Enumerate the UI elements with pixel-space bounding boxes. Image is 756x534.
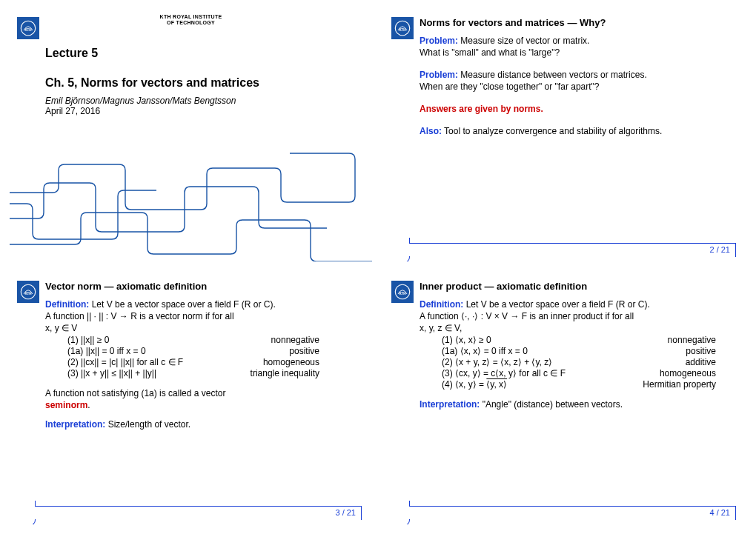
institute-line1: KTH ROYAL INSTITUTE: [160, 14, 222, 20]
also: Also: Tool to analyze convergence and st…: [420, 126, 736, 136]
slide4-footer: 4 / 21: [384, 505, 746, 524]
seminorm2: seminorm.: [45, 400, 362, 410]
def-line1: Definition: Let V be a vector space over…: [420, 299, 736, 310]
slide3-footer: 3 / 21: [10, 505, 372, 524]
slide-grid: KTH ROYAL INSTITUTE OF TECHNOLOGY KTH Le…: [9, 9, 747, 525]
seminorm1: A function not satisfying (1a) is called…: [45, 388, 362, 398]
answers: Answers are given by norms.: [420, 104, 736, 114]
svg-text:KTH: KTH: [399, 28, 405, 32]
slide-2-why: KTH Norms for vectors and matrices — Why…: [383, 9, 747, 262]
prop2: (2) ⟨x + y, z⟩ = ⟨x, z⟩ + ⟨y, z⟩additive: [442, 357, 716, 367]
prop3: (3) ||x + y|| ≤ ||x|| + ||y||triangle in…: [67, 368, 319, 378]
interpretation: Interpretation: Size/length of vector.: [45, 419, 362, 430]
slide-1-title: KTH ROYAL INSTITUTE OF TECHNOLOGY KTH Le…: [9, 9, 373, 262]
prop1: (1) ⟨x, x⟩ ≥ 0nonnegative: [442, 335, 716, 345]
prop1a: (1a) ⟨x, x⟩ = 0 iff x = 0positive: [442, 346, 716, 356]
problem2b: When are they "close together" or "far a…: [420, 81, 736, 92]
prop1: (1) ||x|| ≥ 0nonnegative: [67, 335, 319, 345]
footer-decoration: [409, 506, 736, 520]
slide2-footer: 2 / 21: [384, 242, 746, 261]
problem1: Problem: Measure size of vector or matri…: [420, 36, 736, 46]
slide4-content: Inner product — axiomatic definition Def…: [420, 281, 736, 411]
prop1a: (1a) ||x|| = 0 iff x = 0positive: [67, 346, 319, 356]
institute-label: KTH ROYAL INSTITUTE OF TECHNOLOGY: [160, 14, 222, 25]
def-line1: Definition: Let V be a vector space over…: [45, 299, 362, 310]
institute-line2: OF TECHNOLOGY: [160, 20, 222, 26]
slide2-content: Norms for vectors and matrices — Why? Pr…: [420, 17, 736, 138]
kth-logo-icon: KTH: [17, 281, 39, 303]
prop4: (4) ⟨x, y⟩ = ⟨y, x⟩Hermitian property: [442, 379, 716, 390]
problem1b: What is "small" and what is "large"?: [420, 47, 736, 58]
chapter-heading: Ch. 5, Norms for vectors and matrices: [45, 76, 372, 90]
def-line2: A function ⟨·, ·⟩ : V × V → F is an inne…: [420, 311, 736, 321]
footer-decoration: [35, 506, 362, 520]
def-line3: x, y, z ∈ V,: [420, 323, 736, 333]
page-number: 3 / 21: [335, 508, 356, 517]
kth-logo-icon: KTH: [17, 17, 39, 39]
slide3-title: Vector norm — axiomatic definition: [45, 281, 362, 292]
page-number: 4 / 21: [709, 508, 730, 517]
kth-logo-icon: KTH: [391, 17, 414, 39]
svg-text:KTH: KTH: [24, 291, 31, 295]
authors: Emil Björnson/Magnus Jansson/Mats Bengts…: [45, 96, 372, 106]
date: April 27, 2016: [45, 106, 372, 116]
slide2-title: Norms for vectors and matrices — Why?: [420, 17, 736, 28]
prop2: (2) ||cx|| = |c| ||x|| for all c ∈ Fhomo…: [67, 357, 319, 367]
slide3-content: Vector norm — axiomatic definition Defin…: [45, 281, 362, 431]
prop3: (3) ⟨cx, y⟩ = c⟨x, y⟩ for all c ∈ Fhomog…: [442, 368, 716, 378]
slide-4-inner-product: KTH Inner product — axiomatic definition…: [383, 273, 747, 526]
problem2: Problem: Measure distance between vector…: [420, 70, 736, 80]
decorative-lines: [9, 152, 373, 262]
page-number: 2 / 21: [709, 245, 730, 254]
svg-text:KTH: KTH: [24, 28, 31, 32]
kth-logo-icon: KTH: [391, 281, 414, 303]
def-line2: A function || · || : V → R is a vector n…: [45, 311, 362, 321]
interpretation: Interpretation: "Angle" (distance) betwe…: [420, 399, 736, 410]
footer-decoration: [409, 243, 736, 257]
lecture-heading: Lecture 5: [45, 47, 372, 60]
slide-3-vector-norm: KTH Vector norm — axiomatic definition D…: [9, 273, 373, 526]
svg-text:KTH: KTH: [399, 291, 405, 295]
slide4-title: Inner product — axiomatic definition: [420, 281, 736, 292]
def-line3: x, y ∈ V: [45, 323, 362, 333]
